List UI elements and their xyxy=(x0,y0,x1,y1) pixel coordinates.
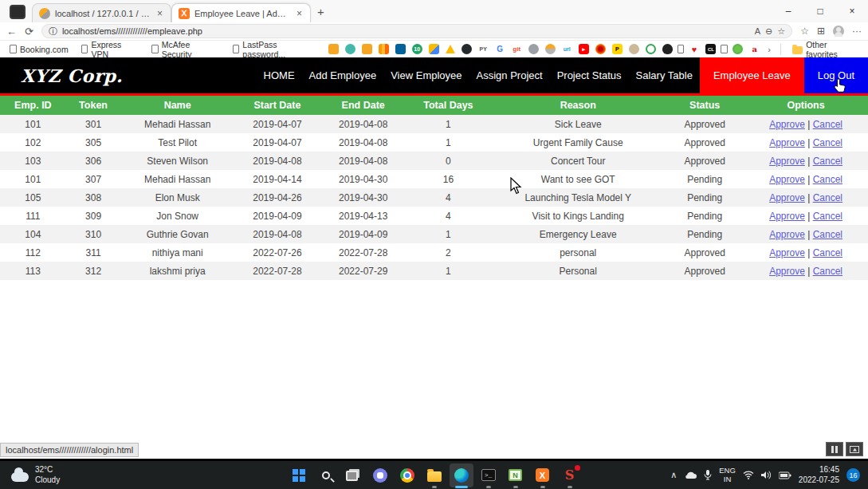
nav-item-employee-leave[interactable]: Employee Leave xyxy=(700,57,804,93)
favicon-penguin-icon[interactable] xyxy=(662,44,673,54)
approve-link[interactable]: Approve xyxy=(769,247,805,258)
cancel-link[interactable]: Cancel xyxy=(813,156,842,167)
cancel-link[interactable]: Cancel xyxy=(813,247,842,258)
tab-close-icon[interactable]: × xyxy=(155,8,164,19)
collections-icon[interactable]: ⊞ xyxy=(817,26,825,37)
s-app-button[interactable]: S xyxy=(558,463,582,487)
nav-item-add-employee[interactable]: Add Employee xyxy=(302,57,384,93)
settings-more-icon[interactable]: ··· xyxy=(852,26,862,37)
favicon-teal-swirl-icon[interactable] xyxy=(345,44,355,54)
refresh-icon[interactable]: ⟳ xyxy=(25,26,33,37)
approve-link[interactable]: Approve xyxy=(769,211,805,222)
cancel-link[interactable]: Cancel xyxy=(813,137,842,148)
microphone-icon[interactable] xyxy=(704,470,712,480)
address-bar[interactable]: ⓘ localhost/ems/////////////empleave.php… xyxy=(41,24,792,38)
favicon-face-icon[interactable] xyxy=(629,44,639,54)
bookmark-lastpass[interactable]: LastPass password... xyxy=(228,40,324,59)
approve-link[interactable]: Approve xyxy=(769,156,805,167)
nav-item-project-status[interactable]: Project Status xyxy=(550,57,629,93)
maximize-button[interactable]: □ xyxy=(804,0,836,22)
tab-close-icon[interactable]: × xyxy=(295,8,304,19)
cancel-link[interactable]: Cancel xyxy=(813,192,842,203)
notification-count-badge[interactable]: 16 xyxy=(846,468,860,482)
favicon-ieee-icon[interactable] xyxy=(395,44,406,54)
favorites-icon[interactable]: ☆ xyxy=(800,26,809,37)
favicon-git-icon[interactable]: git xyxy=(512,44,522,54)
favicon-green-ten-icon[interactable]: 10 xyxy=(412,44,422,54)
approve-link[interactable]: Approve xyxy=(769,266,805,277)
favicon-heart-icon[interactable]: ♥ xyxy=(689,44,699,54)
tab-phpmyadmin[interactable]: localhost / 127.0.0.1 / 370projec × xyxy=(32,3,171,22)
search-button[interactable] xyxy=(314,463,338,487)
wifi-icon[interactable] xyxy=(743,471,754,479)
tab-actions-icon[interactable] xyxy=(10,5,26,19)
bookmarks-overflow-chevron-icon[interactable]: › xyxy=(768,45,771,54)
approve-link[interactable]: Approve xyxy=(769,137,805,148)
cancel-link[interactable]: Cancel xyxy=(813,174,842,185)
approve-link[interactable]: Approve xyxy=(769,174,805,185)
zoom-out-icon[interactable]: ⊖ xyxy=(765,26,772,37)
nav-item-salary-table[interactable]: Salary Table xyxy=(629,57,700,93)
other-favorites[interactable]: Other favorites xyxy=(787,40,863,59)
url-text[interactable]: localhost/ems/////////////empleave.php xyxy=(62,26,750,36)
cancel-link[interactable]: Cancel xyxy=(813,266,842,277)
favicon-gray-icon[interactable] xyxy=(528,44,539,54)
favicon-google-ads-icon[interactable] xyxy=(429,44,439,54)
pause-button[interactable] xyxy=(826,442,843,456)
favicon-green-ring-icon[interactable] xyxy=(646,44,656,54)
task-view-button[interactable] xyxy=(341,463,365,487)
bookmark-mcafee[interactable]: McAfee Security xyxy=(147,40,225,59)
clock[interactable]: 16:452022-07-25 xyxy=(799,465,839,485)
favicon-red-burst-icon[interactable] xyxy=(595,44,606,54)
site-info-icon[interactable]: ⓘ xyxy=(49,26,57,37)
favicon-github-icon[interactable] xyxy=(461,44,472,54)
terminal-button[interactable]: >_ xyxy=(477,463,501,487)
start-button[interactable] xyxy=(287,463,311,487)
back-icon[interactable]: ← xyxy=(6,26,17,37)
chrome-button[interactable] xyxy=(395,463,419,487)
favicon-google-g-icon[interactable]: G xyxy=(495,44,505,54)
minimize-button[interactable]: – xyxy=(772,0,804,22)
favicon-python-text-icon[interactable]: PY xyxy=(478,44,489,54)
tab-employee-leave[interactable]: ꓫ Employee Leave | Admin Panel | × xyxy=(171,3,311,22)
favicon-airtel-icon[interactable]: a xyxy=(749,44,760,54)
favicon-phpmyadmin-icon[interactable] xyxy=(545,44,556,54)
tray-chevron-icon[interactable]: ∧ xyxy=(670,470,677,480)
favicon-url-icon[interactable]: url xyxy=(562,44,572,54)
picture-in-picture-button[interactable] xyxy=(846,442,863,456)
notepadpp-button[interactable]: N xyxy=(504,463,528,487)
favicon-orange-icon[interactable] xyxy=(328,44,339,54)
new-tab-button[interactable]: + xyxy=(317,5,324,18)
onedrive-cloud-icon[interactable] xyxy=(684,471,697,479)
favicon-page-icon[interactable] xyxy=(678,45,685,53)
weather-widget[interactable]: 32°CCloudy xyxy=(0,465,60,485)
favicon-page-icon[interactable] xyxy=(721,45,728,53)
close-button[interactable]: × xyxy=(836,0,868,22)
favicon-yellow-p-icon[interactable]: P xyxy=(612,44,623,54)
favicon-badge-icon[interactable] xyxy=(362,44,372,54)
cancel-link[interactable]: Cancel xyxy=(813,119,842,130)
favicon-youtube-icon[interactable]: ▸ xyxy=(579,44,589,54)
favicon-cl-icon[interactable]: CL xyxy=(705,44,716,54)
edge-button[interactable] xyxy=(450,463,473,487)
favicon-bar-chart-icon[interactable] xyxy=(379,44,389,54)
favicon-globe-icon[interactable] xyxy=(732,44,743,54)
add-favorite-star-icon[interactable]: ☆ xyxy=(777,26,785,37)
approve-link[interactable]: Approve xyxy=(769,119,805,130)
bookmark-expressvpn[interactable]: Express VPN xyxy=(77,40,143,59)
language-indicator[interactable]: ENGIN xyxy=(719,467,736,484)
cancel-link[interactable]: Cancel xyxy=(813,229,842,240)
file-explorer-button[interactable] xyxy=(422,463,446,487)
chat-button[interactable] xyxy=(368,463,392,487)
battery-icon[interactable] xyxy=(779,471,791,479)
favicon-google-triangle-icon[interactable] xyxy=(446,45,455,53)
nav-item-assign-project[interactable]: Assign Project xyxy=(469,57,550,93)
speaker-icon[interactable] xyxy=(761,471,772,479)
nav-item-view-employee[interactable]: View Employee xyxy=(383,57,469,93)
profile-avatar[interactable] xyxy=(833,26,844,37)
approve-link[interactable]: Approve xyxy=(769,192,805,203)
read-aloud-icon[interactable]: A xyxy=(755,26,760,36)
nav-item-home[interactable]: HOME xyxy=(257,57,302,93)
approve-link[interactable]: Approve xyxy=(769,229,805,240)
bookmark-booking[interactable]: Booking.com xyxy=(5,45,73,54)
